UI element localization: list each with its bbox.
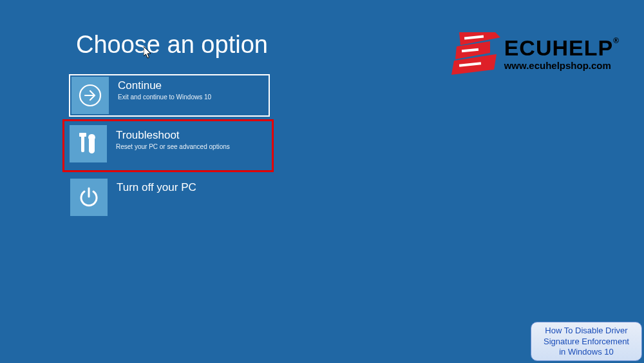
option-subtitle: Reset your PC or see advanced options <box>116 143 230 150</box>
option-subtitle: Exit and continue to Windows 10 <box>118 93 211 101</box>
page-title: Choose an option <box>76 31 268 59</box>
logo-text: ECUHELP® <box>504 37 620 59</box>
banner-line: in Windows 10 <box>536 347 636 357</box>
tutorial-banner: How To Disable Driver Signature Enforcem… <box>531 322 642 361</box>
option-text: Turn off your PC <box>108 177 196 194</box>
turnoff-option[interactable]: Turn off your PC <box>69 177 270 220</box>
banner-line: Signature Enforcement <box>536 337 636 347</box>
option-title: Troubleshoot <box>116 129 230 142</box>
tools-icon <box>70 125 107 162</box>
arrow-right-icon <box>71 77 109 114</box>
ecuhelp-logo: ECUHELP® www.ecuhelpshop.com <box>450 32 620 75</box>
option-text: Troubleshoot Reset your PC or see advanc… <box>107 125 230 150</box>
svg-rect-2 <box>79 133 86 137</box>
option-text: Continue Exit and continue to Windows 10 <box>109 75 211 101</box>
logo-url: www.ecuhelpshop.com <box>504 60 620 71</box>
svg-rect-1 <box>81 135 84 152</box>
banner-line: How To Disable Driver <box>536 326 636 336</box>
option-title: Continue <box>118 79 211 92</box>
logo-mark-icon <box>450 32 500 75</box>
power-icon <box>70 179 108 216</box>
options-list: Continue Exit and continue to Windows 10… <box>69 74 274 224</box>
logo-text-group: ECUHELP® www.ecuhelpshop.com <box>504 37 620 71</box>
option-title: Turn off your PC <box>117 181 196 194</box>
continue-option[interactable]: Continue Exit and continue to Windows 10 <box>69 74 270 117</box>
mouse-cursor-icon <box>144 46 153 59</box>
troubleshoot-option[interactable]: Troubleshoot Reset your PC or see advanc… <box>62 119 274 172</box>
